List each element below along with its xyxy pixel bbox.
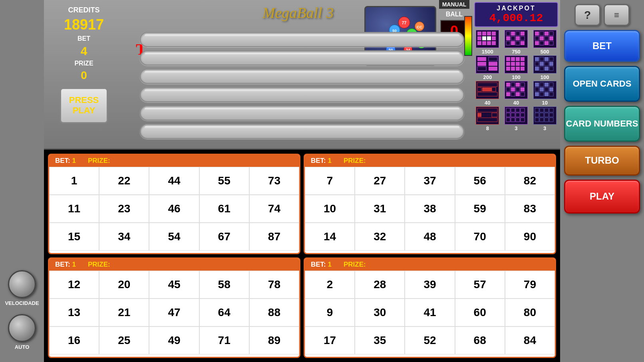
card-cell: 15 bbox=[49, 223, 99, 251]
svg-rect-50 bbox=[540, 36, 544, 40]
svg-rect-27 bbox=[477, 41, 481, 45]
bet-button[interactable]: BET bbox=[564, 30, 640, 62]
prize-icon-100a bbox=[505, 55, 528, 73]
jackpot-value: 4,000.12 bbox=[479, 12, 553, 24]
prize-value: 0 bbox=[81, 69, 87, 82]
svg-text:77: 77 bbox=[402, 20, 407, 25]
svg-rect-30 bbox=[492, 41, 496, 45]
press-play-text: PRESSPLAY bbox=[69, 95, 99, 116]
svg-rect-78 bbox=[535, 57, 539, 61]
card-cell: 67 bbox=[199, 223, 249, 251]
svg-rect-69 bbox=[506, 62, 510, 66]
svg-rect-82 bbox=[535, 62, 539, 66]
left-panel: VELOCIDADE AUTO bbox=[0, 0, 44, 362]
svg-rect-133 bbox=[511, 113, 515, 117]
svg-rect-33 bbox=[511, 32, 515, 36]
svg-rect-104 bbox=[521, 87, 525, 91]
svg-rect-80 bbox=[545, 57, 549, 61]
svg-rect-39 bbox=[521, 36, 525, 40]
svg-rect-152 bbox=[549, 118, 553, 122]
svg-rect-26 bbox=[492, 36, 496, 40]
card-cell: 70 bbox=[455, 223, 505, 251]
tube-row-3 bbox=[140, 69, 464, 84]
card-cell: 27 bbox=[355, 167, 405, 195]
svg-rect-73 bbox=[506, 67, 510, 71]
svg-rect-131 bbox=[521, 108, 525, 112]
svg-rect-54 bbox=[540, 41, 544, 45]
svg-rect-87 bbox=[540, 67, 544, 71]
card-cell: 22 bbox=[99, 167, 149, 195]
bingo-card-3: BET: 1PRIZE:1220455878132147648816254971… bbox=[48, 257, 300, 358]
svg-rect-20 bbox=[482, 32, 486, 36]
card-cell: 56 bbox=[455, 167, 505, 195]
svg-rect-55 bbox=[545, 41, 549, 45]
play-button[interactable]: PLAY bbox=[564, 180, 640, 214]
open-cards-button[interactable]: OPEN CARDS bbox=[564, 66, 640, 102]
velocidade-knob[interactable] bbox=[8, 270, 36, 298]
credits-panel: CREDITS 18917 BET 4 PRIZE 0 PRESSPLAY bbox=[44, 0, 124, 148]
svg-rect-58 bbox=[477, 57, 486, 61]
svg-rect-51 bbox=[545, 36, 549, 40]
prize-icon-3b bbox=[533, 107, 557, 125]
svg-rect-123 bbox=[477, 108, 497, 112]
card-cell: 47 bbox=[149, 299, 199, 326]
card-cell: 45 bbox=[149, 271, 199, 299]
card-cell: 41 bbox=[405, 299, 455, 326]
card-cell: 21 bbox=[99, 299, 149, 326]
jackpot-display: JACKPOT 4,000.12 bbox=[474, 2, 558, 27]
help-button[interactable]: ? bbox=[574, 4, 600, 26]
prize-num-3a: 3 bbox=[515, 125, 517, 131]
tube-row-2 bbox=[140, 50, 464, 65]
svg-rect-62 bbox=[477, 67, 486, 71]
prize-card-10: 10 bbox=[533, 81, 557, 106]
prize-card-40b: 40 bbox=[505, 81, 528, 106]
svg-rect-116 bbox=[545, 87, 549, 91]
svg-rect-135 bbox=[521, 113, 525, 117]
svg-rect-79 bbox=[540, 57, 544, 61]
menu-button[interactable]: ≡ bbox=[604, 4, 630, 26]
svg-rect-25 bbox=[487, 36, 491, 40]
svg-rect-92 bbox=[477, 87, 481, 91]
svg-rect-42 bbox=[516, 41, 520, 45]
top-section: CREDITS 18917 BET 4 PRIZE 0 PRESSPLAY Me… bbox=[44, 0, 560, 150]
card-cell: 30 bbox=[355, 299, 405, 326]
svg-rect-142 bbox=[540, 108, 544, 112]
card-prize-label-4: PRIZE: bbox=[344, 261, 366, 269]
svg-rect-36 bbox=[506, 36, 510, 40]
card-cell: 88 bbox=[249, 299, 299, 326]
svg-rect-76 bbox=[521, 67, 525, 71]
prize-card-1500: 1500 bbox=[476, 30, 499, 55]
card-cell: 46 bbox=[149, 195, 199, 223]
prize-card-3b: 3 bbox=[533, 107, 557, 131]
svg-rect-56 bbox=[549, 41, 553, 45]
auto-knob[interactable] bbox=[8, 314, 36, 342]
svg-rect-134 bbox=[516, 113, 520, 117]
svg-rect-41 bbox=[511, 41, 515, 45]
press-play-button[interactable]: PRESSPLAY bbox=[60, 88, 108, 123]
velocidade-knob-container: VELOCIDADE bbox=[5, 270, 39, 306]
svg-rect-128 bbox=[506, 108, 510, 112]
velocidade-label: VELOCIDADE bbox=[5, 300, 39, 306]
svg-rect-52 bbox=[549, 36, 553, 40]
svg-rect-84 bbox=[545, 62, 549, 66]
svg-rect-118 bbox=[535, 92, 539, 96]
svg-rect-145 bbox=[535, 113, 539, 117]
auto-knob-container: AUTO bbox=[8, 314, 36, 350]
svg-rect-110 bbox=[535, 83, 539, 87]
bingo-card-2: BET: 1PRIZE:7273756821031385983143248709… bbox=[304, 154, 556, 254]
card-cell: 25 bbox=[99, 326, 149, 354]
svg-rect-108 bbox=[521, 92, 525, 96]
turbo-button[interactable]: TURBO bbox=[564, 146, 640, 176]
card-header-1: BET: 1PRIZE: bbox=[49, 155, 299, 167]
svg-rect-88 bbox=[545, 67, 549, 71]
card-cell: 83 bbox=[505, 195, 555, 223]
card-cell: 39 bbox=[405, 271, 455, 299]
card-cell: 60 bbox=[455, 299, 505, 326]
svg-rect-28 bbox=[482, 41, 486, 45]
card-cell: 82 bbox=[505, 167, 555, 195]
card-numbers-button[interactable]: CARD NUMBERS bbox=[564, 106, 640, 142]
prize-row-4: 8 bbox=[474, 107, 558, 131]
svg-rect-137 bbox=[511, 118, 515, 122]
svg-rect-43 bbox=[521, 41, 525, 45]
prize-icon-500 bbox=[533, 30, 557, 48]
